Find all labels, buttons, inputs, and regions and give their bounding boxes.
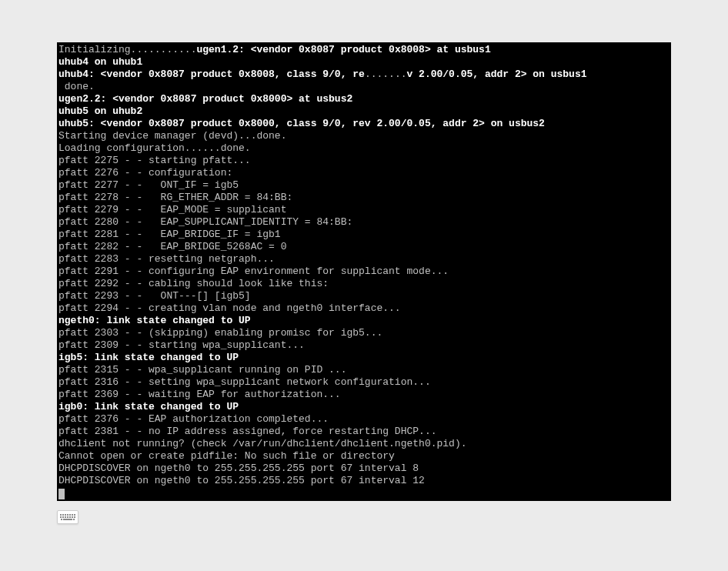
console-line: pfatt 2369 - - waiting EAP for authoriza… xyxy=(58,389,670,401)
console-text: uhub5: <vendor 0x8087 product 0x8000, cl… xyxy=(58,118,545,129)
console-text: pfatt 2292 - - cabling should look like … xyxy=(58,278,329,289)
console-line: ngeth0: link state changed to UP xyxy=(58,315,670,327)
console-text: Loading configuration......done. xyxy=(58,142,251,154)
console-text: igb0: link state changed to UP xyxy=(58,401,239,412)
console-line: done. xyxy=(58,81,670,93)
console-line: DHCPDISCOVER on ngeth0 to 255.255.255.25… xyxy=(58,475,670,487)
console-text: pfatt 2279 - - EAP_MODE = supplicant xyxy=(58,204,286,215)
console-text: uhub5 on uhub2 xyxy=(58,105,142,117)
console-line: ugen2.2: <vendor 0x8087 product 0x8000> … xyxy=(58,93,670,105)
console-terminal[interactable]: Initializing...........ugen1.2: <vendor … xyxy=(57,42,671,501)
console-line: pfatt 2381 - - no IP address assigned, f… xyxy=(58,426,670,438)
console-line: pfatt 2309 - - starting wpa_supplicant..… xyxy=(58,339,670,352)
console-text: v 2.00/0.05, addr 2> on usbus1 xyxy=(406,68,586,80)
console-line: pfatt 2303 - - (skipping) enabling promi… xyxy=(58,327,670,339)
console-text: pfatt 2316 - - setting wpa_supplicant ne… xyxy=(58,376,431,388)
console-text: pfatt 2293 - - ONT---[] [igb5] xyxy=(58,290,251,302)
console-text: ngeth0: link state changed to UP xyxy=(58,315,251,326)
console-line: pfatt 2282 - - EAP_BRIDGE_5268AC = 0 xyxy=(58,241,670,253)
console-line: dhclient not running? (check /var/run/dh… xyxy=(58,438,670,450)
console-line: uhub4: <vendor 0x8087 product 0x8008, cl… xyxy=(58,68,670,81)
console-text: pfatt 2281 - - EAP_BRIDGE_IF = igb1 xyxy=(58,229,281,240)
console-text: pfatt 2291 - - configuring EAP environme… xyxy=(58,265,449,277)
console-text: dhclient not running? (check /var/run/dh… xyxy=(58,438,467,449)
console-text: uhub4: <vendor 0x8087 product 0x8008, cl… xyxy=(58,68,365,80)
console-text: pfatt 2294 - - creating vlan node and ng… xyxy=(58,302,401,314)
console-text: Starting device manager (devd)...done. xyxy=(58,130,286,142)
console-line: uhub4 on uhub1 xyxy=(58,56,670,68)
console-text: pfatt 2315 - - wpa_supplicant running on… xyxy=(58,364,346,376)
console-line: pfatt 2280 - - EAP_SUPPLICANT_IDENTITY =… xyxy=(58,216,670,229)
console-line: pfatt 2278 - - RG_ETHER_ADDR = 84:BB: xyxy=(58,192,670,204)
console-text: Cannot open or create pidfile: No such f… xyxy=(58,450,395,462)
console-line: uhub5: <vendor 0x8087 product 0x8000, cl… xyxy=(58,118,670,130)
console-text: pfatt 2369 - - waiting EAP for authoriza… xyxy=(58,389,341,400)
console-text: igb5: link state changed to UP xyxy=(58,352,239,363)
console-text: pfatt 2381 - - no IP address assigned, f… xyxy=(58,426,436,437)
console-line: pfatt 2283 - - resetting netgraph... xyxy=(58,253,670,265)
console-text: DHCPDISCOVER on ngeth0 to 255.255.255.25… xyxy=(58,462,419,474)
console-text: pfatt 2309 - - starting wpa_supplicant..… xyxy=(58,339,305,351)
cursor-icon xyxy=(58,489,65,499)
console-line: uhub5 on uhub2 xyxy=(58,105,670,118)
console-text: ugen1.2: <vendor 0x8087 product 0x8008> … xyxy=(196,44,490,55)
console-text: Initializing........... xyxy=(58,44,196,55)
console-text: pfatt 2283 - - resetting netgraph... xyxy=(58,253,275,265)
console-text: pfatt 2277 - - ONT_IF = igb5 xyxy=(58,179,239,191)
console-line: Initializing...........ugen1.2: <vendor … xyxy=(58,44,670,56)
console-text: pfatt 2278 - - RG_ETHER_ADDR = 84:BB: xyxy=(58,192,292,203)
console-line: Starting device manager (devd)...done. xyxy=(58,130,670,142)
console-text: ugen2.2: <vendor 0x8087 product 0x8000> … xyxy=(58,93,352,105)
console-text: pfatt 2280 - - EAP_SUPPLICANT_IDENTITY =… xyxy=(58,216,352,228)
console-line: pfatt 2316 - - setting wpa_supplicant ne… xyxy=(58,376,670,389)
console-line: pfatt 2281 - - EAP_BRIDGE_IF = igb1 xyxy=(58,229,670,241)
console-line: pfatt 2291 - - configuring EAP environme… xyxy=(58,265,670,278)
console-line: Loading configuration......done. xyxy=(58,142,670,155)
console-line: igb5: link state changed to UP xyxy=(58,352,670,364)
console-cursor-line xyxy=(58,487,670,499)
console-text: ....... xyxy=(365,68,407,80)
console-text: pfatt 2275 - - starting pfatt... xyxy=(58,155,251,166)
console-line: pfatt 2275 - - starting pfatt... xyxy=(58,155,670,167)
console-text: done. xyxy=(58,81,95,92)
console-line: pfatt 2376 - - EAP authorization complet… xyxy=(58,413,670,426)
console-line: pfatt 2293 - - ONT---[] [igb5] xyxy=(58,290,670,302)
console-text: pfatt 2282 - - EAP_BRIDGE_5268AC = 0 xyxy=(58,241,286,252)
console-line: pfatt 2276 - - configuration: xyxy=(58,167,670,179)
console-text: DHCPDISCOVER on ngeth0 to 255.255.255.25… xyxy=(58,475,425,486)
console-line: pfatt 2315 - - wpa_supplicant running on… xyxy=(58,364,670,376)
console-text: uhub4 on uhub1 xyxy=(58,56,142,68)
console-line: Cannot open or create pidfile: No such f… xyxy=(58,450,670,462)
console-text: pfatt 2276 - - configuration: xyxy=(58,167,232,179)
console-line: pfatt 2279 - - EAP_MODE = supplicant xyxy=(58,204,670,216)
console-text: pfatt 2303 - - (skipping) enabling promi… xyxy=(58,327,382,339)
console-line: pfatt 2277 - - ONT_IF = igb5 xyxy=(58,179,670,192)
console-line: pfatt 2294 - - creating vlan node and ng… xyxy=(58,302,670,315)
keyboard-icon[interactable] xyxy=(57,510,78,524)
console-text: pfatt 2376 - - EAP authorization complet… xyxy=(58,413,329,425)
console-line: pfatt 2292 - - cabling should look like … xyxy=(58,278,670,290)
console-line: igb0: link state changed to UP xyxy=(58,401,670,413)
console-line: DHCPDISCOVER on ngeth0 to 255.255.255.25… xyxy=(58,462,670,475)
